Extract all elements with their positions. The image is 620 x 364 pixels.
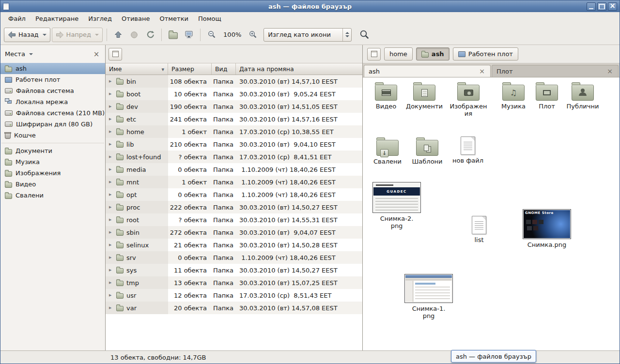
close-button[interactable] xyxy=(608,2,617,11)
column-header-name[interactable]: Име xyxy=(106,63,168,75)
sidebar-item-pictures[interactable]: Изображения xyxy=(0,167,105,179)
folder-item-documents[interactable]: Документи xyxy=(404,80,444,110)
breadcrumb-home[interactable]: home xyxy=(384,47,413,61)
table-row[interactable]: boot 10 обекта Папка 30.03.2010 (вт) 9,0… xyxy=(106,88,362,100)
stop-button[interactable] xyxy=(127,28,141,42)
breadcrumb-ash[interactable]: ash xyxy=(416,47,450,61)
zoom-out-button[interactable] xyxy=(204,28,219,42)
expander-icon[interactable] xyxy=(109,155,113,159)
computer-button[interactable] xyxy=(182,28,196,42)
table-row[interactable]: mnt 1 обект Папка 1.10.2009 (чт) 18,40,2… xyxy=(106,176,362,188)
folder-item-music[interactable]: Музика xyxy=(497,80,529,110)
tab-close-icon[interactable] xyxy=(478,67,486,75)
sidebar-item-ash[interactable]: ash xyxy=(0,63,105,74)
table-row[interactable]: proc 222 обекта Папка 30.03.2010 (вт) 14… xyxy=(106,201,362,213)
table-row[interactable]: tmp 13 обекта Папка 30.03.2010 (вт) 15,0… xyxy=(106,276,362,289)
sidebar-item-music[interactable]: Музика xyxy=(0,156,105,167)
expander-icon[interactable] xyxy=(109,92,113,96)
expander-icon[interactable] xyxy=(109,218,113,222)
expander-icon[interactable] xyxy=(109,180,113,184)
table-row[interactable]: sbin 272 обекта Папка 30.03.2010 (вт) 9,… xyxy=(106,226,362,239)
sidebar-item-trash[interactable]: Кошче xyxy=(0,130,105,141)
maximize-button[interactable] xyxy=(597,2,606,11)
image-item-snimka-2[interactable]: GUADEC Снимка-2.png xyxy=(372,182,422,230)
expander-icon[interactable] xyxy=(109,79,113,83)
folder-item-video[interactable]: Видео xyxy=(371,80,402,110)
column-header-date[interactable]: Дата на промяна xyxy=(236,63,362,75)
expander-icon[interactable] xyxy=(109,167,113,171)
menu-file[interactable]: Файл xyxy=(3,12,31,25)
sidebar-item-filesystem-210mb[interactable]: Файлова система (210 MB) xyxy=(0,107,105,119)
pane-location-button[interactable] xyxy=(367,48,381,61)
expander-icon[interactable] xyxy=(109,193,113,197)
expander-icon[interactable] xyxy=(109,243,113,247)
folder-item-downloads[interactable]: Свалени xyxy=(372,136,403,166)
table-row[interactable]: etc 241 обекта Папка 30.03.2010 (вт) 14,… xyxy=(106,113,362,125)
table-row[interactable]: home 1 обект Папка 17.03.2010 (ср) 10,38… xyxy=(106,125,362,138)
expander-icon[interactable] xyxy=(109,306,113,310)
table-row[interactable]: root ? обекта Папка 30.03.2010 (вт) 14,5… xyxy=(106,213,362,226)
file-item-new-file[interactable]: нов файл xyxy=(452,136,484,165)
sidebar-item-downloads[interactable]: Свалени xyxy=(0,190,105,201)
minimize-button[interactable] xyxy=(587,2,596,11)
taskbar-window-button[interactable]: ash — файлов браузър xyxy=(451,350,536,363)
expander-icon[interactable] xyxy=(109,117,113,121)
sidebar-item-documents[interactable]: Документи xyxy=(0,145,105,156)
folder-item-public[interactable]: Публични xyxy=(564,80,601,110)
folder-item-desktop[interactable]: Плот xyxy=(532,80,561,110)
table-row[interactable]: dev 190 обекта Папка 30.03.2010 (вт) 14,… xyxy=(106,100,362,113)
home-folder-button[interactable] xyxy=(166,28,180,42)
expander-icon[interactable] xyxy=(109,142,113,146)
up-button[interactable] xyxy=(111,28,125,42)
menu-help[interactable]: Помощ xyxy=(193,12,226,25)
image-item-snimka-1[interactable]: Снимка-1.png xyxy=(403,274,454,320)
zoom-in-button[interactable] xyxy=(246,28,260,42)
sidebar-close-icon[interactable] xyxy=(92,50,101,59)
menu-bookmarks[interactable]: Отметки xyxy=(155,12,193,25)
back-button[interactable]: Назад xyxy=(4,28,50,42)
folder-item-pictures[interactable]: Изображения xyxy=(449,80,488,118)
tab-plot[interactable]: Плот xyxy=(492,65,619,77)
expander-icon[interactable] xyxy=(109,268,113,272)
tab-close-icon[interactable] xyxy=(606,67,614,75)
expander-icon[interactable] xyxy=(109,130,113,134)
column-header-type[interactable]: Вид xyxy=(212,63,236,75)
expander-icon[interactable] xyxy=(109,293,113,297)
sidebar-item-encrypted-partition[interactable]: Шифриран дял (80 GB) xyxy=(0,119,105,130)
view-mode-select[interactable]: Изглед като икони xyxy=(264,28,352,42)
reload-button[interactable] xyxy=(143,28,157,42)
table-row[interactable]: selinux 21 обекта Папка 30.03.2010 (вт) … xyxy=(106,239,362,251)
table-row[interactable]: var 20 обекта Папка 30.03.2010 (вт) 14,5… xyxy=(106,302,362,314)
tab-ash[interactable]: ash xyxy=(364,65,491,77)
up-arrow-icon xyxy=(114,31,122,38)
table-row[interactable]: lib 210 обекта Папка 30.03.2010 (вт) 9,0… xyxy=(106,138,362,151)
column-header-size[interactable]: Размер xyxy=(168,63,212,75)
sidebar-item-filesystem[interactable]: Файлова система xyxy=(0,85,105,96)
expander-icon[interactable] xyxy=(109,205,113,209)
table-row[interactable]: sys 11 обекта Папка 30.03.2010 (вт) 14,5… xyxy=(106,264,362,276)
menu-go[interactable]: Отиване xyxy=(117,12,155,25)
expander-icon[interactable] xyxy=(109,281,113,285)
file-item-list[interactable]: list xyxy=(464,216,495,244)
forward-button[interactable]: Напред xyxy=(52,28,103,42)
expander-icon[interactable] xyxy=(109,105,113,108)
table-row[interactable]: opt 0 обекта Папка 1.10.2009 (чт) 18,40,… xyxy=(106,188,362,201)
table-row[interactable]: srv 0 обекта Папка 1.10.2009 (чт) 18,40,… xyxy=(106,251,362,264)
table-row[interactable]: media 0 обекта Папка 1.10.2009 (чт) 18,4… xyxy=(106,163,362,176)
breadcrumb-desktop[interactable]: Работен плот xyxy=(453,47,518,61)
menu-view[interactable]: Изглед xyxy=(83,12,117,25)
sidebar-pane-selector-icon[interactable] xyxy=(29,53,33,55)
expander-icon[interactable] xyxy=(109,256,113,259)
sidebar-item-network[interactable]: Локална мрежа xyxy=(0,96,105,107)
sidebar-item-video[interactable]: Видео xyxy=(0,179,105,190)
folder-item-templates[interactable]: Шаблони xyxy=(411,136,443,166)
sidebar-item-desktop[interactable]: Работен плот xyxy=(0,74,105,85)
image-item-snimka[interactable]: GNOME Store Снимка.png xyxy=(522,209,572,249)
table-row[interactable]: bin 108 обекта Папка 30.03.2010 (вт) 14,… xyxy=(106,75,362,88)
table-row[interactable]: usr 12 обекта Папка 17.03.2010 (ср) 8,51… xyxy=(106,289,362,302)
menu-edit[interactable]: Редактиране xyxy=(31,12,83,25)
table-row[interactable]: lost+found ? обекта Папка 17.03.2010 (ср… xyxy=(106,151,362,163)
expander-icon[interactable] xyxy=(109,230,113,234)
search-button[interactable] xyxy=(357,28,372,42)
pane-location-button[interactable] xyxy=(108,48,122,61)
